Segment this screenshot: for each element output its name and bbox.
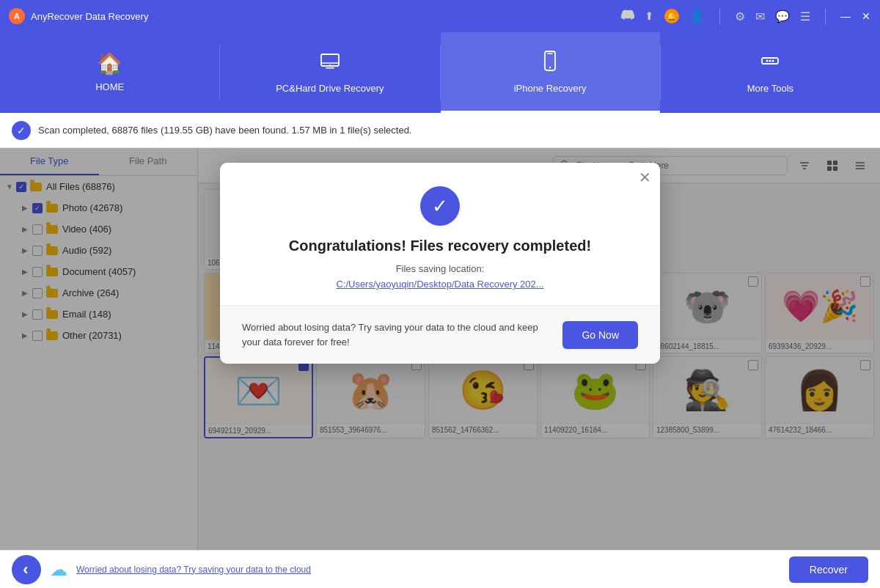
- svg-point-6: [549, 66, 551, 67]
- pc-recovery-icon: [319, 50, 341, 77]
- svg-rect-4: [326, 67, 334, 69]
- nav-pc-recovery[interactable]: PC&Hard Drive Recovery: [220, 32, 439, 113]
- status-bar: ✓ Scan completed, 68876 files (119.55 GB…: [0, 113, 880, 148]
- status-text: Scan completed, 68876 files (119.55 GB) …: [38, 125, 411, 136]
- chat-icon[interactable]: 💬: [775, 10, 790, 23]
- modal-cloud-text: Worried about losing data? Try saving yo…: [242, 320, 551, 349]
- status-check-icon: ✓: [12, 121, 31, 140]
- nav-home[interactable]: 🏠 HOME: [0, 32, 219, 113]
- nav-iphone-recovery[interactable]: iPhone Recovery: [441, 32, 660, 113]
- mail-icon[interactable]: ✉: [755, 10, 765, 23]
- title-bar-icons: ⬆ 🔔 👤 ⚙ ✉ 💬 ☰ — ✕: [621, 8, 871, 25]
- modal-check-icon: ✓: [420, 186, 460, 226]
- back-button[interactable]: ‹: [12, 555, 41, 584]
- title-bar-left: A AnyRecover Data Recovery: [9, 8, 621, 24]
- svg-point-9: [766, 59, 769, 62]
- success-modal: ✓ Congratulations! Files recovery comple…: [220, 163, 660, 364]
- divider2: [825, 8, 826, 24]
- title-bar: A AnyRecover Data Recovery ⬆ 🔔 👤 ⚙ ✉ 💬 ☰…: [0, 0, 880, 32]
- modal-top: ✓ Congratulations! Files recovery comple…: [220, 163, 660, 306]
- modal-location-link[interactable]: C:/Users/yaoyuqin/Desktop/Data Recovery …: [336, 279, 543, 290]
- main-area: File Type File Path ▼ ✓ All Files (68876…: [0, 148, 880, 550]
- more-tools-icon: [759, 50, 781, 77]
- nav-home-label: HOME: [95, 81, 124, 92]
- modal-bottom: Worried about losing data? Try saving yo…: [220, 306, 660, 364]
- nav-more-tools[interactable]: More Tools: [661, 32, 880, 113]
- modal-wrapper: ✓ Congratulations! Files recovery comple…: [220, 163, 660, 364]
- app-logo: A: [9, 8, 25, 24]
- nav-bar: 🏠 HOME PC&Hard Drive Recovery iPhone Rec…: [0, 32, 880, 113]
- bottom-bar: ‹ ☁ Worried about losing data? Try savin…: [0, 550, 880, 588]
- modal-go-button[interactable]: Go Now: [562, 321, 638, 349]
- modal-close-button[interactable]: ✕: [639, 169, 651, 186]
- modal-location-label: Files saving location:: [249, 263, 631, 274]
- svg-point-3: [329, 65, 331, 66]
- cloud-icon: ☁: [50, 559, 67, 580]
- share-icon[interactable]: ⬆: [645, 10, 654, 23]
- svg-rect-2: [321, 54, 339, 66]
- app-title: AnyRecover Data Recovery: [31, 11, 148, 22]
- nav-iphone-label: iPhone Recovery: [514, 83, 587, 94]
- nav-more-label: More Tools: [747, 83, 793, 94]
- svg-point-10: [769, 59, 771, 62]
- menu-icon[interactable]: ☰: [800, 10, 810, 23]
- orange-circle-icon[interactable]: 🔔: [664, 9, 679, 23]
- minimize-button[interactable]: —: [840, 11, 851, 21]
- discord-icon[interactable]: [621, 8, 634, 25]
- settings-icon[interactable]: ⚙: [735, 10, 745, 23]
- cloud-save-link[interactable]: Worried about losing data? Try saving yo…: [76, 565, 780, 575]
- svg-text:A: A: [14, 12, 20, 21]
- iphone-icon: [540, 50, 560, 77]
- recover-button[interactable]: Recover: [789, 556, 868, 583]
- back-icon: ‹: [23, 560, 28, 579]
- profile-icon[interactable]: 👤: [689, 9, 705, 24]
- modal-overlay: ✓ Congratulations! Files recovery comple…: [0, 148, 880, 550]
- modal-title: Congratulations! Files recovery complete…: [249, 238, 631, 254]
- nav-pc-label: PC&Hard Drive Recovery: [276, 83, 384, 94]
- home-icon: 🏠: [97, 51, 122, 76]
- close-button[interactable]: ✕: [861, 11, 871, 21]
- divider: [719, 8, 720, 24]
- svg-point-11: [772, 59, 774, 62]
